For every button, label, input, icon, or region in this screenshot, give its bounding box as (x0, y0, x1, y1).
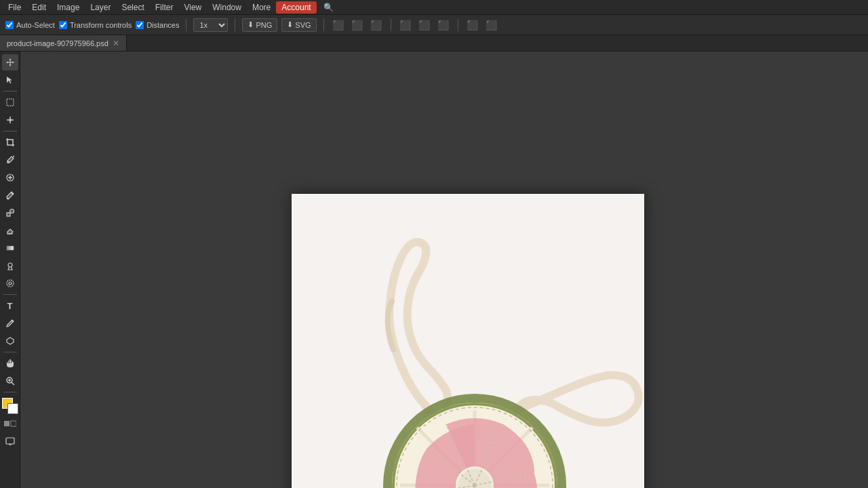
blur-tool-button[interactable] (2, 275, 18, 291)
transform-controls-label: Transform controls (70, 21, 132, 29)
distances-label: Distances (146, 21, 179, 29)
hand-tool-button[interactable] (2, 355, 18, 371)
svg-label: SVG (295, 21, 311, 29)
shape-tool-button[interactable] (2, 333, 18, 349)
dodge-tool-button[interactable] (2, 258, 18, 274)
menu-item-filter[interactable]: Filter (150, 1, 179, 14)
color-swatches (2, 398, 18, 414)
align-bottom-button[interactable]: ⬛ (436, 18, 451, 33)
svg-marker-21 (7, 338, 14, 344)
quick-mask-button[interactable] (2, 415, 18, 432)
svg-point-17 (8, 263, 12, 267)
align-right-button[interactable]: ⬛ (369, 18, 384, 33)
download-icon: ⬇ (248, 20, 254, 29)
background-color-swatch[interactable] (7, 403, 18, 414)
menu-item-layer[interactable]: Layer (85, 1, 116, 14)
toolbar-separator-2 (235, 19, 235, 31)
align-center-v-button[interactable]: ⬛ (417, 18, 432, 33)
svg-rect-12 (7, 213, 10, 216)
toolbar-separator-3 (323, 19, 324, 31)
transform-controls-group: Transform controls (59, 21, 132, 29)
move-tool-button[interactable] (2, 54, 18, 70)
align-top-button[interactable]: ⬛ (398, 18, 413, 33)
stamp-tool-button[interactable] (2, 205, 18, 221)
svg-point-13 (9, 209, 14, 214)
magic-wand-button[interactable] (2, 112, 18, 128)
distribute-h-button[interactable]: ⬛ (465, 18, 480, 33)
tool-separator-5 (3, 392, 17, 392)
png-label: PNG (256, 21, 272, 29)
menu-item-window[interactable]: Window (207, 1, 247, 14)
menu-item-view[interactable]: View (178, 1, 207, 14)
svg-rect-26 (4, 421, 9, 426)
menu-item-select[interactable]: Select (116, 1, 149, 14)
svg-rect-27 (11, 421, 16, 426)
auto-select-group: Auto-Select (5, 21, 55, 29)
svg-line-23 (12, 382, 14, 385)
zoom-select[interactable]: 1x 2x 0.5x (193, 18, 228, 32)
export-png-button[interactable]: ⬇ PNG (242, 18, 277, 32)
menu-item-image[interactable]: Image (52, 1, 85, 14)
tool-separator-3 (3, 294, 17, 295)
heal-tool-button[interactable] (2, 169, 18, 186)
document-tab-bar: product-image-907975966.psd ✕ (0, 35, 868, 52)
svg-rect-28 (6, 438, 14, 444)
canvas-area[interactable] (20, 52, 868, 488)
document-tab[interactable]: product-image-907975966.psd ✕ (0, 35, 127, 51)
align-center-h-button[interactable]: ⬛ (350, 18, 365, 33)
svg-rect-0 (7, 99, 14, 106)
screen-mode-button[interactable] (2, 433, 18, 449)
menu-bar: File Edit Image Layer Select Filter View… (0, 0, 868, 15)
tool-separator-4 (3, 352, 17, 352)
menu-item-file[interactable]: File (3, 1, 26, 14)
svg-point-18 (7, 280, 14, 287)
marquee-tool-button[interactable] (2, 94, 18, 110)
text-tool-button[interactable]: T (2, 298, 18, 314)
distances-checkbox[interactable] (136, 21, 144, 29)
menu-item-account[interactable]: Account (276, 1, 316, 14)
close-tab-icon[interactable]: ✕ (113, 39, 119, 47)
select-tool-button[interactable] (2, 72, 18, 88)
document-tab-name: product-image-907975966.psd (7, 39, 108, 47)
eraser-tool-button[interactable] (2, 222, 18, 239)
crop-tool-button[interactable] (2, 134, 18, 150)
search-icon[interactable]: 🔍 (319, 1, 338, 14)
main-layout: T (0, 52, 868, 488)
toolbar-separator-4 (391, 19, 391, 31)
export-svg-button[interactable]: ⬇ SVG (281, 18, 316, 32)
svg-rect-16 (7, 246, 14, 250)
zoom-tool-button[interactable] (2, 373, 18, 389)
align-left-button[interactable]: ⬛ (331, 18, 346, 33)
menu-item-more[interactable]: More (247, 1, 276, 14)
distribute-v-button[interactable]: ⬛ (484, 18, 499, 33)
auto-select-checkbox[interactable] (5, 21, 14, 29)
options-toolbar: Auto-Select Transform controls Distances… (0, 15, 868, 35)
menu-item-edit[interactable]: Edit (26, 1, 52, 14)
svg-point-19 (9, 282, 12, 285)
distances-group: Distances (136, 21, 179, 29)
gradient-tool-button[interactable] (2, 240, 18, 256)
transform-controls-checkbox[interactable] (59, 21, 67, 29)
toolbar-separator-1 (186, 19, 186, 31)
svg-point-5 (9, 119, 12, 121)
eyedropper-tool-button[interactable] (2, 152, 18, 168)
pen-tool-button[interactable] (2, 315, 18, 331)
svg-line-6 (13, 156, 14, 157)
toolbar-separator-5 (458, 19, 458, 31)
tool-separator-1 (3, 91, 17, 92)
brush-tool-button[interactable] (2, 187, 18, 203)
auto-select-label: Auto-Select (16, 21, 55, 29)
canvas-document (292, 194, 644, 488)
tool-panel: T (0, 52, 20, 488)
download-icon-2: ⬇ (287, 20, 293, 29)
canvas-image (292, 194, 644, 488)
tool-separator-2 (3, 131, 17, 131)
svg-point-7 (7, 161, 9, 163)
